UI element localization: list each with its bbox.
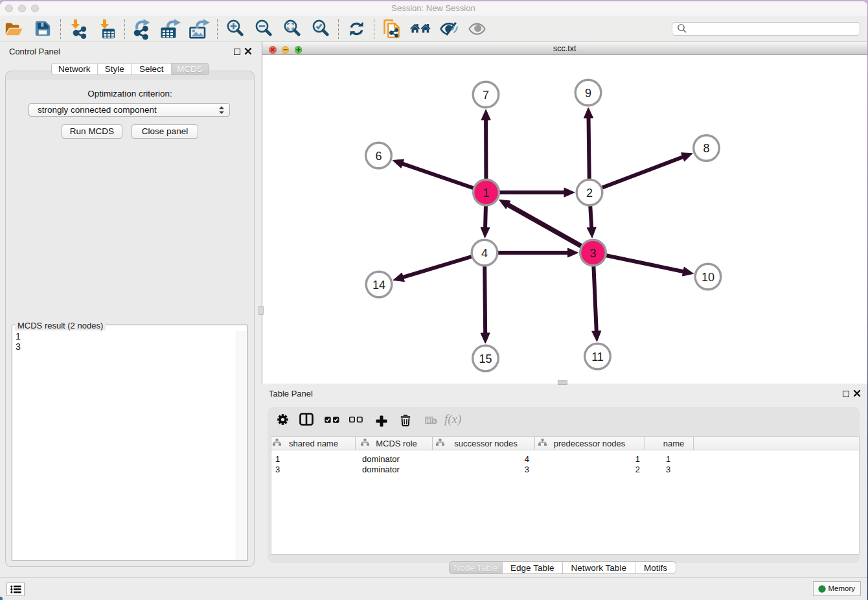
svg-text:3: 3 bbox=[589, 247, 596, 260]
svg-text:2: 2 bbox=[586, 187, 593, 200]
svg-text:14: 14 bbox=[372, 279, 385, 292]
svg-text:6: 6 bbox=[375, 150, 382, 163]
svg-text:7: 7 bbox=[483, 89, 489, 102]
svg-text:9: 9 bbox=[585, 87, 591, 100]
svg-text:11: 11 bbox=[591, 351, 604, 363]
svg-text:15: 15 bbox=[479, 352, 492, 365]
svg-text:4: 4 bbox=[481, 247, 488, 260]
svg-text:1: 1 bbox=[483, 187, 489, 200]
svg-text:10: 10 bbox=[702, 271, 714, 284]
svg-text:8: 8 bbox=[703, 142, 709, 155]
